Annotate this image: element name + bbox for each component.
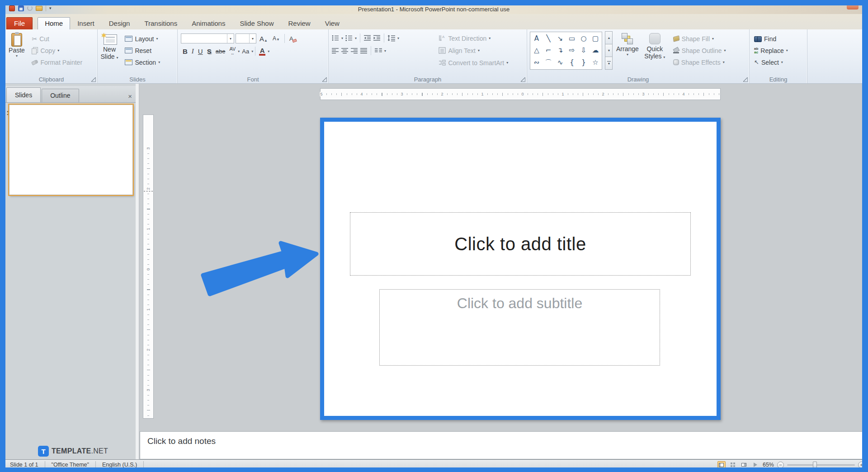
bold-button[interactable]: B — [181, 47, 189, 56]
shape-scribble-icon[interactable]: ∾ — [534, 59, 540, 66]
shape-outline-button[interactable]: Shape Outline ▾ — [671, 45, 728, 56]
layout-button[interactable]: Layout ▾ — [123, 33, 162, 44]
character-spacing-button[interactable]: AV↔ — [227, 46, 237, 56]
select-button[interactable]: ↖ Select ▾ — [752, 57, 790, 67]
tab-slide-show[interactable]: Slide Show — [232, 17, 281, 29]
tab-slides-thumbnails[interactable]: Slides — [6, 87, 41, 102]
tab-transitions[interactable]: Transitions — [137, 17, 184, 29]
text-direction-button[interactable]: A Text Direction ▾ — [437, 33, 510, 43]
decrease-indent-button[interactable] — [363, 34, 371, 42]
numbering-button[interactable] — [345, 34, 353, 42]
text-shadow-button[interactable]: S — [205, 47, 213, 56]
change-case-button[interactable]: Aa — [240, 48, 251, 55]
undo-icon[interactable] — [27, 5, 33, 11]
zoom-slider-handle[interactable] — [813, 462, 817, 468]
replace-button[interactable]: abac Replace ▾ — [752, 45, 790, 56]
strikethrough-button[interactable]: abe — [214, 48, 227, 55]
shape-cloud-icon[interactable]: ☁ — [592, 47, 599, 54]
paste-button[interactable]: Paste ▾ — [5, 32, 28, 58]
zoom-percentage[interactable]: 65% — [763, 462, 774, 467]
zoom-slider[interactable] — [787, 464, 855, 466]
align-right-button[interactable] — [350, 48, 358, 54]
shape-rectangle-icon[interactable]: ▭ — [569, 35, 575, 42]
paste-caret-icon[interactable]: ▾ — [16, 54, 18, 58]
align-center-button[interactable] — [341, 48, 349, 54]
italic-button[interactable]: I — [190, 47, 196, 56]
align-text-button[interactable]: Align Text ▾ — [437, 45, 510, 56]
cut-button[interactable]: ✂ Cut — [30, 33, 84, 44]
shape-rounded-rectangle-icon[interactable]: ▢ — [592, 35, 599, 42]
shape-star-icon[interactable]: ☆ — [592, 59, 598, 66]
shape-oval-icon[interactable]: ○ — [580, 35, 586, 42]
numbering-caret-icon[interactable]: ▾ — [355, 36, 357, 40]
grow-font-button[interactable]: A▲ — [258, 34, 269, 43]
shapes-scroll-down-icon[interactable]: ▼ — [605, 44, 613, 57]
drawing-dialog-launcher-icon[interactable] — [743, 77, 748, 82]
normal-view-button[interactable] — [717, 461, 726, 467]
open-folder-icon[interactable] — [36, 6, 42, 11]
columns-button[interactable] — [374, 48, 382, 54]
shape-down-arrow-icon[interactable]: ⇩ — [581, 47, 587, 54]
tab-animations[interactable]: Animations — [184, 17, 232, 29]
shape-elbow-connector-icon[interactable]: ⌐ — [546, 47, 552, 54]
section-button[interactable]: Section ▾ — [123, 57, 162, 67]
subtitle-placeholder[interactable]: Click to add subtitle — [379, 289, 660, 366]
shape-fill-button[interactable]: Shape Fill ▾ — [671, 33, 728, 44]
clear-formatting-button[interactable]: A — [288, 35, 298, 43]
font-name-caret-icon[interactable]: ▾ — [227, 34, 234, 43]
format-painter-button[interactable]: Format Painter — [30, 57, 84, 67]
save-icon[interactable] — [18, 5, 24, 11]
slide-thumbnail[interactable] — [9, 105, 133, 195]
tab-review[interactable]: Review — [281, 17, 317, 29]
tab-insert[interactable]: Insert — [70, 17, 102, 29]
panel-splitter[interactable] — [136, 84, 139, 459]
shape-curve-icon[interactable]: ∿ — [557, 59, 563, 66]
zoom-out-button[interactable]: − — [777, 462, 784, 468]
powerpoint-app-icon[interactable] — [9, 5, 15, 11]
justify-button[interactable] — [360, 48, 368, 54]
shape-right-brace-icon[interactable]: } — [581, 59, 586, 66]
shapes-more-icon[interactable]: ▼ — [605, 57, 613, 70]
shape-triangle-icon[interactable]: △ — [534, 47, 539, 54]
shape-elbow-arrow-connector-icon[interactable]: ↴ — [557, 47, 563, 54]
shape-arrow-icon[interactable]: ↘ — [557, 35, 563, 42]
font-color-caret-icon[interactable]: ▾ — [268, 49, 269, 53]
notes-pane[interactable]: Click to add notes — [140, 431, 862, 459]
slide-show-button[interactable] — [751, 461, 760, 467]
new-slide-button[interactable]: ✶ New Slide ▾ — [98, 32, 121, 62]
bullets-button[interactable] — [331, 34, 340, 42]
convert-to-smartart-button[interactable]: Convert to SmartArt ▾ — [437, 57, 510, 68]
shape-effects-button[interactable]: Shape Effects ▾ — [671, 57, 728, 67]
find-button[interactable]: Find — [752, 33, 790, 44]
shape-arc-icon[interactable]: ⌒ — [545, 59, 552, 66]
reset-button[interactable]: Reset — [123, 45, 162, 56]
shape-line-icon[interactable]: ╲ — [546, 35, 550, 42]
tab-design[interactable]: Design — [102, 17, 137, 29]
arrange-button[interactable]: Arrange ▾ — [615, 32, 640, 57]
columns-caret-icon[interactable]: ▾ — [384, 49, 386, 53]
shrink-font-button[interactable]: A▼ — [271, 35, 282, 42]
line-spacing-button[interactable] — [387, 34, 396, 42]
copy-button[interactable]: Copy ▾ — [30, 45, 84, 56]
font-size-caret-icon[interactable]: ▾ — [249, 34, 256, 43]
font-color-button[interactable]: A — [257, 47, 267, 56]
tab-view[interactable]: View — [318, 17, 347, 29]
font-name-combobox[interactable]: ▾ — [181, 33, 234, 43]
quick-styles-button[interactable]: Quick Styles ▾ — [642, 32, 667, 61]
clipboard-dialog-launcher-icon[interactable] — [91, 77, 96, 82]
qat-customize-caret-icon[interactable]: ▾ — [49, 6, 52, 10]
align-left-button[interactable] — [331, 48, 339, 54]
shape-left-brace-icon[interactable]: { — [570, 59, 574, 66]
increase-indent-button[interactable] — [373, 34, 381, 42]
shape-right-arrow-icon[interactable]: ⇨ — [569, 47, 575, 54]
shapes-scroll-up-icon[interactable]: ▲ — [605, 31, 613, 44]
title-placeholder[interactable]: Click to add title — [350, 212, 691, 276]
panel-close-icon[interactable]: × — [128, 93, 132, 100]
underline-button[interactable]: U — [196, 47, 205, 56]
line-spacing-caret-icon[interactable]: ▾ — [397, 36, 399, 40]
zoom-in-button[interactable]: + — [858, 462, 862, 468]
paragraph-dialog-launcher-icon[interactable] — [521, 77, 525, 82]
slide-sorter-view-button[interactable] — [729, 461, 737, 467]
bullets-caret-icon[interactable]: ▾ — [341, 36, 343, 40]
shape-text-box-icon[interactable]: A — [534, 35, 539, 42]
